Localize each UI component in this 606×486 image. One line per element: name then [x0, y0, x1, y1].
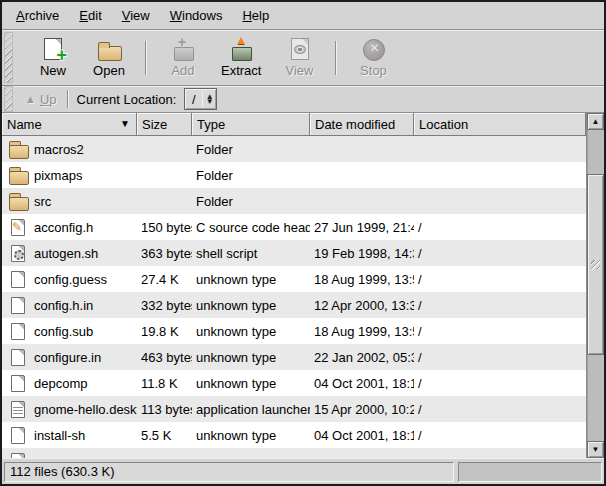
file-location: /: [414, 422, 586, 448]
scrollbar-thumb[interactable]: [587, 174, 604, 355]
menu-archive[interactable]: Archive: [6, 3, 69, 28]
file-location: [414, 188, 586, 214]
table-row[interactable]: gnome-hello.desktop 113 bytes applicatio…: [2, 396, 586, 422]
c-header-file-icon: [11, 219, 25, 236]
table-row[interactable]: acconfig.h 150 bytes C source code heade…: [2, 214, 586, 240]
table-row[interactable]: macros2 Folder: [2, 136, 586, 162]
view-file-icon: [286, 37, 312, 62]
scrollbar-trough[interactable]: [587, 130, 604, 441]
file-date-modified: 22 Jan 2002, 05:35: [310, 344, 414, 370]
location-combobox[interactable]: / ▲▼: [184, 88, 217, 110]
file-size: 19.8 K: [137, 318, 192, 344]
table-row[interactable]: src Folder: [2, 188, 586, 214]
column-header-name[interactable]: Name ▼: [2, 113, 137, 136]
combobox-dropdown-icon: ▲▼: [203, 89, 216, 109]
scroll-down-icon[interactable]: ▼: [587, 441, 604, 458]
file-name: config.guess: [34, 272, 107, 287]
open-button-label: Open: [93, 63, 125, 78]
file-date-modified: [310, 188, 414, 214]
file-type: unknown type: [192, 292, 310, 318]
file-location: [414, 162, 586, 188]
shell-script-file-icon: [11, 245, 25, 262]
column-header-location[interactable]: Location: [414, 113, 586, 136]
file-name: gnome-hello.desktop: [34, 402, 137, 417]
file-date-modified: 27 Jun 1999, 21:49: [310, 214, 414, 240]
file-size: [137, 162, 192, 188]
open-button[interactable]: Open: [87, 36, 131, 79]
status-message: 112 files (630.3 K): [4, 462, 454, 482]
column-header-size[interactable]: Size: [137, 113, 192, 136]
up-button[interactable]: ▲ Up: [19, 90, 63, 109]
file-type: C source code header: [192, 214, 310, 240]
file-type: unknown type: [192, 318, 310, 344]
launcher-file-icon: [11, 401, 25, 418]
location-bar: ▲ Up Current Location: / ▲▼: [2, 86, 604, 113]
plain-file-icon: [11, 453, 25, 459]
file-date-modified: 18 Aug 1999, 13:53: [310, 318, 414, 344]
file-size: 5.5 K: [137, 422, 192, 448]
plain-file-icon: [11, 323, 25, 340]
file-size: [137, 188, 192, 214]
stop-button[interactable]: Stop: [351, 36, 395, 79]
toolbar-drag-handle[interactable]: [4, 32, 13, 83]
plain-file-icon: [11, 427, 25, 444]
add-button[interactable]: Add: [161, 36, 205, 79]
file-type: unknown type: [192, 266, 310, 292]
plain-file-icon: [11, 297, 25, 314]
file-location: /: [414, 266, 586, 292]
status-bar-grip-panel: [458, 462, 602, 482]
stop-icon: [360, 37, 386, 62]
location-bar-separator: [67, 90, 69, 108]
file-date-modified: 15 Apr 2000, 10:21: [310, 396, 414, 422]
file-name: install-sh: [34, 428, 85, 443]
status-bar: 112 files (630.3 K): [2, 458, 604, 484]
current-location-label: Current Location:: [77, 92, 177, 107]
up-arrow-icon: ▲: [25, 93, 36, 105]
view-button[interactable]: View: [277, 36, 321, 79]
table-row[interactable]: autogen.sh 363 bytes shell script 19 Feb…: [2, 240, 586, 266]
table-row[interactable]: config.h.in 332 bytes unknown type 12 Ap…: [2, 292, 586, 318]
stop-button-label: Stop: [360, 63, 387, 78]
menu-edit[interactable]: Edit: [69, 3, 111, 28]
location-bar-drag-handle[interactable]: [4, 86, 13, 112]
column-header-date-modified[interactable]: Date modified: [310, 113, 414, 136]
scroll-up-icon[interactable]: ▲: [587, 113, 604, 130]
file-date-modified: [310, 162, 414, 188]
file-date-modified: 19 Feb 1998, 14:31: [310, 240, 414, 266]
new-button[interactable]: New: [31, 36, 75, 79]
file-location: [414, 136, 586, 162]
table-row[interactable]: configure.in 463 bytes unknown type 22 J…: [2, 344, 586, 370]
vertical-scrollbar[interactable]: ▲ ▼: [586, 113, 604, 458]
file-date-modified: 04 Oct 2001, 18:12: [310, 370, 414, 396]
file-type: unknown type: [192, 422, 310, 448]
column-headers: Name ▼ Size Type Date modified Location: [2, 113, 586, 136]
menu-windows[interactable]: Windows: [160, 3, 233, 28]
file-location: /: [414, 396, 586, 422]
table-row[interactable]: install-sh 5.5 K unknown type 04 Oct 200…: [2, 422, 586, 448]
file-size: 113 bytes: [137, 396, 192, 422]
table-row[interactable]: config.guess 27.4 K unknown type 18 Aug …: [2, 266, 586, 292]
table-row[interactable]: pixmaps Folder: [2, 162, 586, 188]
plain-file-icon: [11, 375, 25, 392]
menu-help[interactable]: Help: [232, 3, 279, 28]
file-date-modified: 18 Aug 1999, 13:53: [310, 266, 414, 292]
sort-descending-icon: ▼: [120, 119, 132, 129]
file-location: /: [414, 318, 586, 344]
column-header-type[interactable]: Type: [192, 113, 310, 136]
file-date-modified: 12 Apr 2000, 13:36: [310, 292, 414, 318]
file-size: 27.4 K: [137, 266, 192, 292]
file-name: autogen.sh: [34, 246, 98, 261]
table-row[interactable]: config.sub 19.8 K unknown type 18 Aug 19…: [2, 318, 586, 344]
toolbar-separator: [335, 41, 337, 75]
file-name: macros2: [34, 142, 84, 157]
file-name: pixmaps: [34, 168, 82, 183]
file-type: Folder: [192, 162, 310, 188]
table-row-partial: [2, 448, 586, 458]
view-button-label: View: [285, 63, 313, 78]
extract-button[interactable]: Extract: [217, 36, 265, 79]
folder-icon: [8, 166, 28, 184]
archive-manager-window: Archive Edit View Windows Help New Open …: [0, 0, 606, 486]
menu-view[interactable]: View: [112, 3, 160, 28]
table-row[interactable]: depcomp 11.8 K unknown type 04 Oct 2001,…: [2, 370, 586, 396]
file-type: application launcher: [192, 396, 310, 422]
